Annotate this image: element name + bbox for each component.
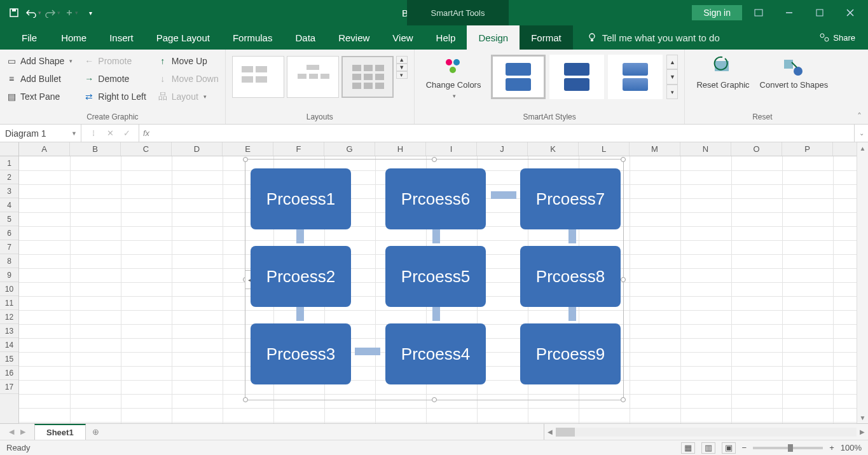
normal-view-icon[interactable]: ▦ xyxy=(681,442,695,454)
row-header[interactable]: 9 xyxy=(0,268,18,282)
resize-handle[interactable] xyxy=(243,397,248,402)
right-to-left-button[interactable]: ⇄Right to Left xyxy=(84,89,146,104)
share-button[interactable]: Share xyxy=(806,25,868,50)
layout-button[interactable]: 品Layout▾ xyxy=(158,89,219,104)
tab-insert[interactable]: Insert xyxy=(98,25,145,50)
spreadsheet-grid[interactable]: ABCDEFGHIJKLMNOP 12345678910111213141516… xyxy=(0,142,868,423)
row-header[interactable]: 13 xyxy=(0,324,18,338)
gallery-more-icon[interactable]: ▾ xyxy=(666,85,678,99)
tab-help[interactable]: Help xyxy=(425,25,467,50)
diagram-node[interactable]: Prcoess9 xyxy=(520,323,621,384)
style-option[interactable] xyxy=(549,55,604,99)
vertical-scrollbar[interactable]: ▲ ▼ xyxy=(857,142,868,423)
zoom-slider[interactable] xyxy=(753,447,823,449)
ribbon-display-icon[interactable] xyxy=(745,3,773,22)
diagram-node[interactable]: Prcoess6 xyxy=(385,168,486,229)
undo-icon[interactable]: ▾ xyxy=(24,4,42,22)
formula-dropdown-icon[interactable]: ⁞ xyxy=(86,128,100,138)
tab-home[interactable]: Home xyxy=(50,25,98,50)
row-header[interactable]: 12 xyxy=(0,310,18,324)
row-header[interactable]: 6 xyxy=(0,226,18,240)
column-header[interactable]: G xyxy=(324,142,375,156)
gallery-down-icon[interactable]: ▼ xyxy=(666,69,678,84)
row-header[interactable]: 16 xyxy=(0,366,18,380)
tab-file[interactable]: File xyxy=(9,25,50,50)
collapse-ribbon-icon[interactable]: ˄ xyxy=(857,111,862,121)
row-header[interactable]: 8 xyxy=(0,254,18,268)
fx-icon[interactable]: fx xyxy=(139,125,153,142)
column-header[interactable]: I xyxy=(426,142,477,156)
tab-review[interactable]: Review xyxy=(327,25,381,50)
column-header[interactable]: P xyxy=(782,142,833,156)
tab-data[interactable]: Data xyxy=(284,25,327,50)
diagram-node[interactable]: Prcoess4 xyxy=(385,323,486,384)
smartart-diagram[interactable]: ◂ Prcoess1 Prcoess6 Prcoess7 Prcoess2 Pr… xyxy=(245,159,624,400)
close-icon[interactable] xyxy=(836,3,864,22)
style-option[interactable] xyxy=(608,55,663,99)
move-up-button[interactable]: ↑Move Up xyxy=(158,53,219,69)
column-header[interactable]: F xyxy=(273,142,324,156)
zoom-level[interactable]: 100% xyxy=(841,443,862,452)
resize-handle[interactable] xyxy=(243,157,248,162)
column-header[interactable]: O xyxy=(731,142,782,156)
tell-me-search[interactable]: Tell me what you want to do xyxy=(573,25,731,50)
diagram-node[interactable]: Prcoess1 xyxy=(251,168,351,229)
diagram-node[interactable]: Prcoess7 xyxy=(520,168,621,229)
layout-option[interactable] xyxy=(232,56,284,98)
gallery-more-icon[interactable]: ▾ xyxy=(396,71,408,79)
zoom-in-icon[interactable]: + xyxy=(829,443,834,452)
resize-handle[interactable] xyxy=(621,277,626,282)
row-header[interactable]: 4 xyxy=(0,198,18,212)
add-shape-button[interactable]: ▭Add Shape▾ xyxy=(6,53,72,69)
diagram-node[interactable]: Prcoess2 xyxy=(251,246,351,307)
row-header[interactable]: 14 xyxy=(0,338,18,352)
save-icon[interactable] xyxy=(5,4,23,22)
change-colors-button[interactable]: Change Colors▾ xyxy=(421,53,486,99)
qat-item-icon[interactable]: ▾ xyxy=(62,4,80,22)
sheet-prev-icon[interactable]: ◀ xyxy=(9,428,14,436)
redo-icon[interactable]: ▾ xyxy=(43,4,61,22)
text-pane-button[interactable]: ▤Text Pane xyxy=(6,89,72,104)
tab-page-layout[interactable]: Page Layout xyxy=(145,25,221,50)
maximize-icon[interactable] xyxy=(806,3,834,22)
horizontal-scrollbar[interactable]: ◀ ▶ xyxy=(544,424,868,440)
row-header[interactable]: 2 xyxy=(0,170,18,184)
row-header[interactable]: 5 xyxy=(0,212,18,226)
row-header[interactable]: 1 xyxy=(0,156,18,170)
row-header[interactable]: 7 xyxy=(0,240,18,254)
enter-formula-icon[interactable]: ✓ xyxy=(120,128,134,138)
sheet-next-icon[interactable]: ▶ xyxy=(20,428,25,436)
tab-format[interactable]: Format xyxy=(520,25,573,50)
resize-handle[interactable] xyxy=(621,397,626,402)
column-header[interactable]: H xyxy=(375,142,426,156)
gallery-down-icon[interactable]: ▼ xyxy=(396,64,408,71)
tab-view[interactable]: View xyxy=(381,25,424,50)
zoom-out-icon[interactable]: − xyxy=(742,443,747,452)
column-header[interactable]: D xyxy=(172,142,223,156)
row-header[interactable]: 17 xyxy=(0,380,18,394)
scroll-left-icon[interactable]: ◀ xyxy=(544,428,556,435)
gallery-up-icon[interactable]: ▲ xyxy=(396,56,408,64)
resize-handle[interactable] xyxy=(621,157,626,162)
tab-design[interactable]: Design xyxy=(467,25,520,50)
column-header[interactable]: K xyxy=(528,142,579,156)
page-break-view-icon[interactable]: ▣ xyxy=(722,442,736,454)
sheet-tab[interactable]: Sheet1 xyxy=(34,424,86,440)
reset-graphic-button[interactable]: Reset Graphic xyxy=(691,53,754,90)
column-header[interactable]: A xyxy=(19,142,70,156)
minimize-icon[interactable] xyxy=(775,3,803,22)
diagram-node[interactable]: Prcoess5 xyxy=(385,246,486,307)
column-header[interactable]: C xyxy=(121,142,172,156)
page-layout-view-icon[interactable]: ▥ xyxy=(701,442,715,454)
promote-button[interactable]: ←Promote xyxy=(84,53,146,69)
tab-formulas[interactable]: Formulas xyxy=(221,25,284,50)
convert-to-shapes-button[interactable]: Convert to Shapes xyxy=(755,53,834,90)
row-header[interactable]: 15 xyxy=(0,352,18,366)
select-all-corner[interactable] xyxy=(0,142,19,156)
row-header[interactable]: 10 xyxy=(0,282,18,296)
move-down-button[interactable]: ↓Move Down xyxy=(158,71,219,86)
layout-option[interactable] xyxy=(287,56,339,98)
gallery-up-icon[interactable]: ▲ xyxy=(666,55,678,69)
column-header[interactable]: E xyxy=(223,142,273,156)
row-header[interactable]: 3 xyxy=(0,184,18,198)
